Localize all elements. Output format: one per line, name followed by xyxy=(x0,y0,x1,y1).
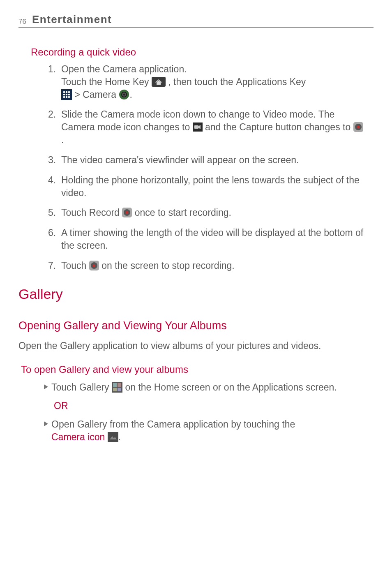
gallery-camera-icon xyxy=(108,432,118,442)
svg-rect-30 xyxy=(118,388,121,391)
svg-rect-28 xyxy=(118,383,121,387)
text: on the screen to stop recording. xyxy=(99,260,235,271)
svg-point-22 xyxy=(126,211,129,214)
text: Touch xyxy=(61,260,89,271)
gallery-label: Gallery xyxy=(77,419,107,430)
step-number: 4. xyxy=(48,174,61,199)
svg-rect-25 xyxy=(93,264,95,267)
text: and the Capture button changes to xyxy=(203,122,353,132)
step-number: 2. xyxy=(48,108,61,146)
home-key-label: Home Key xyxy=(105,76,149,87)
text: on the Home screen or on the Application… xyxy=(122,382,337,393)
triangle-bullet-icon xyxy=(43,418,49,444)
step-text: Holding the phone horizontally, point th… xyxy=(61,174,365,199)
text: once to start recording. xyxy=(132,207,231,218)
step-number: 5. xyxy=(48,206,61,219)
recording-heading: Recording a quick video xyxy=(31,46,374,58)
svg-point-7 xyxy=(68,93,70,95)
text: Open xyxy=(51,419,77,430)
home-icon xyxy=(152,77,166,87)
step-number: 1. xyxy=(48,63,61,101)
apps-grid-icon xyxy=(61,89,72,100)
svg-rect-27 xyxy=(113,383,117,387)
video-mode-icon xyxy=(193,123,203,132)
section-title: Entertainment xyxy=(32,13,112,26)
step-text: Open the Camera application. Touch the H… xyxy=(61,63,365,101)
recording-steps: 1. Open the Camera application. Touch th… xyxy=(48,63,365,272)
text: . xyxy=(61,134,64,145)
step-number: 6. xyxy=(48,227,61,252)
text: application to view albums of your pictu… xyxy=(90,340,321,351)
text: Touch xyxy=(51,382,79,393)
gallery-intro: Open the Gallery application to view alb… xyxy=(18,340,374,352)
applications-key-label: Applications Key xyxy=(236,76,306,87)
step-1: 1. Open the Camera application. Touch th… xyxy=(48,63,365,101)
step-6: 6. A timer showing the length of the vid… xyxy=(48,227,365,252)
step-text: Touch Record once to start recording. xyxy=(61,206,365,219)
svg-point-4 xyxy=(68,91,70,93)
step-text: The video camera's viewfinder will appea… xyxy=(61,154,365,166)
camera-label: Camera xyxy=(83,89,116,100)
gallery-label: Gallery xyxy=(60,340,90,351)
text: Open the xyxy=(18,340,60,351)
svg-rect-16 xyxy=(194,125,198,129)
svg-point-9 xyxy=(66,96,68,98)
camera-app-icon xyxy=(119,89,129,100)
page-header: 76 Entertainment xyxy=(18,13,374,28)
step-number: 7. xyxy=(48,259,61,272)
svg-rect-29 xyxy=(113,388,117,391)
or-separator: OR xyxy=(54,400,374,411)
text: > xyxy=(72,89,83,100)
step-number: 3. xyxy=(48,154,61,166)
step-text: Touch on the screen to stop recording. xyxy=(61,259,365,272)
stop-button-icon xyxy=(89,261,99,270)
svg-rect-31 xyxy=(108,432,118,442)
svg-point-8 xyxy=(63,96,65,98)
text: , then touch the xyxy=(166,76,236,87)
triangle-bullet-icon xyxy=(43,381,49,394)
capture-button-icon xyxy=(353,122,363,132)
svg-point-3 xyxy=(66,91,68,93)
bullet-open-gallery-camera: Open Gallery from the Camera application… xyxy=(43,418,374,444)
svg-point-19 xyxy=(357,126,360,129)
bullet-text: Touch Gallery on the Home screen or on t… xyxy=(51,381,374,394)
step-3: 3. The video camera's viewfinder will ap… xyxy=(48,154,365,166)
gallery-subheading: Opening Gallery and Viewing Your Albums xyxy=(18,319,374,332)
step-7: 7. Touch on the screen to stop recording… xyxy=(48,259,365,272)
open-gallery-heading: To open Gallery and view your albums xyxy=(21,364,374,375)
step-text: A timer showing the length of the video … xyxy=(61,227,365,252)
text: . xyxy=(118,432,121,442)
text: Touch xyxy=(61,207,89,218)
bullet-open-gallery-home: Touch Gallery on the Home screen or on t… xyxy=(43,381,374,394)
svg-point-14 xyxy=(123,93,125,95)
record-button-icon xyxy=(122,208,132,217)
text: Touch the xyxy=(61,76,105,87)
text: Open the Camera application. xyxy=(61,64,187,74)
gallery-app-icon xyxy=(112,382,122,393)
bullet-text: Open Gallery from the Camera application… xyxy=(51,418,374,444)
page-number: 76 xyxy=(18,18,26,26)
text: . xyxy=(129,89,132,100)
gallery-heading: Gallery xyxy=(18,286,374,302)
step-4: 4. Holding the phone horizontally, point… xyxy=(48,174,365,199)
camera-icon-label: Camera icon xyxy=(51,432,105,442)
record-label: Record xyxy=(89,207,120,218)
step-5: 5. Touch Record once to start recording. xyxy=(48,206,365,219)
svg-point-10 xyxy=(68,96,70,98)
gallery-label: Gallery xyxy=(79,382,109,393)
step-2: 2. Slide the Camera mode icon down to ch… xyxy=(48,108,365,146)
svg-point-5 xyxy=(63,93,65,95)
svg-point-2 xyxy=(63,91,65,93)
step-text: Slide the Camera mode icon down to chang… xyxy=(61,108,365,146)
text: from the Camera application by touching … xyxy=(107,419,295,430)
svg-point-6 xyxy=(66,93,68,95)
